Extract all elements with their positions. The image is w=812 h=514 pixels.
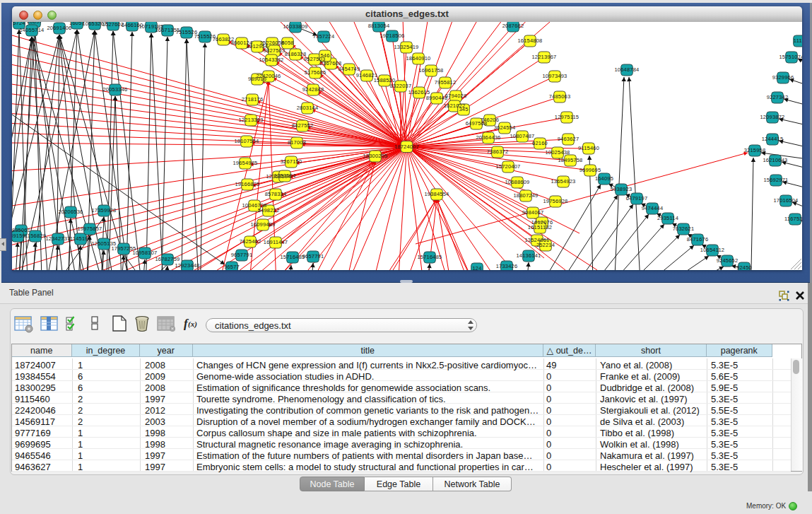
svg-text:18640910: 18640910 [406,55,431,62]
svg-text:9329966: 9329966 [772,74,794,81]
svg-text:62160: 62160 [532,140,548,146]
svg-text:2718176: 2718176 [242,96,264,103]
svg-text:7485063: 7485063 [549,93,571,100]
svg-text:18495758: 18495758 [558,157,583,163]
svg-text:1156829: 1156829 [25,233,46,239]
svg-text:8427552: 8427552 [292,122,314,129]
svg-text:345: 345 [459,106,468,112]
svg-text:18724007: 18724007 [394,144,419,150]
svg-text:252214: 252214 [536,242,555,248]
svg-text:20206536: 20206536 [59,209,83,215]
svg-text:9084067: 9084067 [522,209,544,216]
svg-text:15716485: 15716485 [418,254,442,260]
svg-text:12093872: 12093872 [760,114,785,120]
svg-text:2803144: 2803144 [297,105,319,111]
svg-text:15716485: 15716485 [281,254,305,260]
svg-text:1167534: 1167534 [784,216,802,222]
svg-text:19975857: 19975857 [78,226,102,232]
svg-text:9657791: 9657791 [231,252,253,258]
svg-text:1353594: 1353594 [274,173,296,179]
svg-text:20897: 20897 [27,22,42,25]
svg-text:9463627: 9463627 [558,136,579,142]
svg-text:1733426: 1733426 [496,263,518,269]
svg-text:96577: 96577 [224,264,240,270]
svg-text:7386372: 7386372 [487,148,509,155]
svg-text:546: 546 [320,52,329,59]
svg-text:8454749: 8454749 [339,66,360,72]
svg-text:7357224: 7357224 [313,33,335,40]
svg-text:12975115: 12975115 [555,114,579,120]
svg-text:8471676: 8471676 [687,236,709,243]
svg-text:5938923: 5938923 [611,186,632,192]
svg-text:1244415: 1244415 [762,136,784,142]
svg-text:9245652: 9245652 [717,257,739,264]
svg-text:6058: 6058 [281,40,294,46]
svg-text:16099489: 16099489 [251,221,276,228]
svg-text:17016504: 17016504 [774,197,799,204]
svg-text:7632621: 7632621 [673,226,695,232]
svg-text:16210643: 16210643 [763,157,788,163]
svg-text:3267150: 3267150 [281,158,302,165]
svg-text:6479197: 6479197 [626,195,648,201]
svg-text:15226058: 15226058 [260,40,285,46]
svg-text:164095: 164095 [595,175,613,182]
svg-text:7955812: 7955812 [435,79,457,86]
svg-text:8322037: 8322037 [390,83,412,89]
svg-text:12213363: 12213363 [239,117,264,123]
svg-text:10807487: 10807487 [510,133,535,139]
svg-text:18300295: 18300295 [363,153,388,159]
svg-text:16033809: 16033809 [283,23,308,30]
svg-text:16782759: 16782759 [155,256,180,262]
svg-text:15751074: 15751074 [779,54,802,60]
svg-text:9146821: 9146821 [356,72,378,78]
svg-text:(x): (x) [188,320,197,329]
svg-text:14055714: 14055714 [20,27,45,33]
svg-text:8578334: 8578334 [265,191,287,197]
svg-text:3624554: 3624554 [494,124,516,131]
svg-text:10958107: 10958107 [133,250,158,256]
svg-text:15692971: 15692971 [764,177,789,183]
svg-text:20053346: 20053346 [103,86,128,93]
svg-text:12923448: 12923448 [175,262,200,269]
svg-text:2935114: 2935114 [657,215,678,221]
svg-text:989016: 989016 [248,76,266,82]
svg-text:8186328: 8186328 [285,51,307,57]
svg-text:3215958: 3215958 [744,147,766,153]
svg-text:10654112: 10654112 [700,247,724,253]
svg-text:9827503: 9827503 [264,47,286,54]
svg-text:10648784: 10648784 [615,66,640,73]
svg-text:19654985: 19654985 [233,160,258,166]
svg-text:5498222: 5498222 [258,207,280,214]
svg-text:14136141: 14136141 [517,252,541,259]
svg-text:9242848: 9242848 [302,86,324,93]
svg-text:1145194: 1145194 [70,235,91,242]
svg-text:19384554: 19384554 [425,191,449,197]
svg-text:9699695: 9699695 [579,167,601,173]
svg-text:2087682: 2087682 [502,23,524,29]
svg-text:16961758: 16961758 [419,67,444,74]
svg-text:9657791: 9657791 [302,253,324,259]
svg-text:8813054: 8813054 [368,23,390,29]
svg-text:10543382: 10543382 [259,57,284,63]
svg-text:12342737: 12342737 [46,235,71,242]
svg-text:13654923: 13654923 [551,178,576,185]
svg-text:13325419: 13325419 [394,44,419,50]
svg-text:92450: 92450 [736,264,752,270]
svg-text:16151132: 16151132 [528,224,552,230]
svg-text:16911447: 16911447 [264,239,288,245]
svg-text:1117: 1117 [794,37,802,44]
svg-text:16154808: 16154808 [518,37,543,44]
svg-text:7625402: 7625402 [240,238,261,245]
svg-text:5724: 5724 [13,22,25,26]
svg-text:5175685: 5175685 [305,69,326,76]
svg-text:19218506: 19218506 [380,33,405,39]
svg-text:20364436: 20364436 [476,134,501,141]
svg-text:10025438: 10025438 [546,149,570,156]
svg-text:20691406: 20691406 [47,25,72,31]
svg-text:9474444: 9474444 [642,205,664,211]
svg-text:9115460: 9115460 [578,145,599,151]
svg-text:19166825: 19166825 [235,181,260,187]
svg-text:39159: 39159 [12,233,25,239]
svg-text:6794028: 6794028 [445,93,467,99]
svg-text:9227342: 9227342 [767,94,789,100]
